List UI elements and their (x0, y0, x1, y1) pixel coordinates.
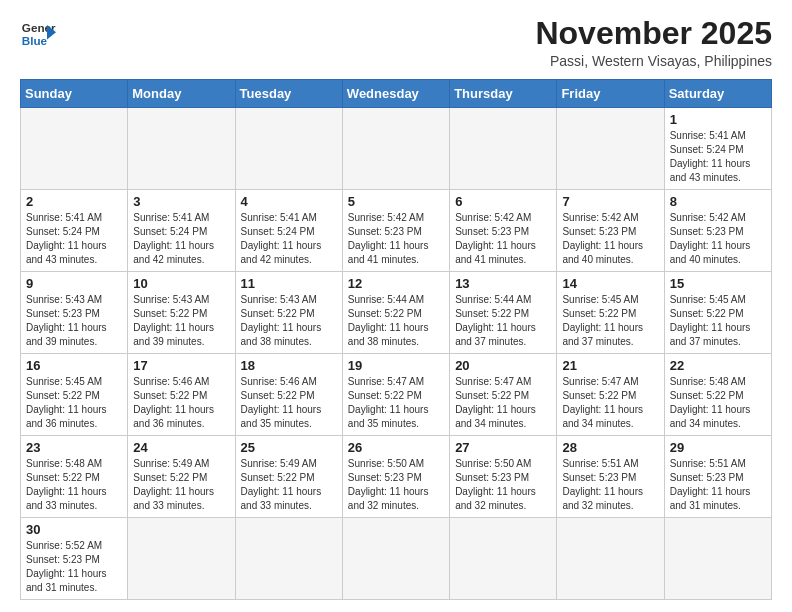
day-number: 9 (26, 276, 122, 291)
title-area: November 2025 Passi, Western Visayas, Ph… (535, 16, 772, 69)
day-info: Sunrise: 5:43 AM Sunset: 5:22 PM Dayligh… (133, 293, 229, 349)
day-header-saturday: Saturday (664, 80, 771, 108)
calendar-week-row: 2Sunrise: 5:41 AM Sunset: 5:24 PM Daylig… (21, 190, 772, 272)
day-number: 14 (562, 276, 658, 291)
day-number: 22 (670, 358, 766, 373)
day-info: Sunrise: 5:51 AM Sunset: 5:23 PM Dayligh… (562, 457, 658, 513)
calendar-cell (235, 518, 342, 600)
day-number: 4 (241, 194, 337, 209)
calendar-cell: 1Sunrise: 5:41 AM Sunset: 5:24 PM Daylig… (664, 108, 771, 190)
calendar-week-row: 30Sunrise: 5:52 AM Sunset: 5:23 PM Dayli… (21, 518, 772, 600)
calendar-cell (21, 108, 128, 190)
month-title: November 2025 (535, 16, 772, 51)
calendar-cell: 27Sunrise: 5:50 AM Sunset: 5:23 PM Dayli… (450, 436, 557, 518)
calendar-cell (128, 518, 235, 600)
calendar-cell: 30Sunrise: 5:52 AM Sunset: 5:23 PM Dayli… (21, 518, 128, 600)
day-number: 20 (455, 358, 551, 373)
day-number: 15 (670, 276, 766, 291)
day-info: Sunrise: 5:52 AM Sunset: 5:23 PM Dayligh… (26, 539, 122, 595)
calendar-cell (557, 518, 664, 600)
calendar-cell: 7Sunrise: 5:42 AM Sunset: 5:23 PM Daylig… (557, 190, 664, 272)
day-info: Sunrise: 5:42 AM Sunset: 5:23 PM Dayligh… (670, 211, 766, 267)
calendar-cell: 21Sunrise: 5:47 AM Sunset: 5:22 PM Dayli… (557, 354, 664, 436)
day-info: Sunrise: 5:42 AM Sunset: 5:23 PM Dayligh… (348, 211, 444, 267)
day-number: 5 (348, 194, 444, 209)
calendar-cell: 13Sunrise: 5:44 AM Sunset: 5:22 PM Dayli… (450, 272, 557, 354)
calendar-cell: 28Sunrise: 5:51 AM Sunset: 5:23 PM Dayli… (557, 436, 664, 518)
day-number: 6 (455, 194, 551, 209)
day-info: Sunrise: 5:50 AM Sunset: 5:23 PM Dayligh… (455, 457, 551, 513)
logo: General Blue (20, 16, 56, 52)
calendar-cell: 18Sunrise: 5:46 AM Sunset: 5:22 PM Dayli… (235, 354, 342, 436)
day-number: 13 (455, 276, 551, 291)
day-number: 25 (241, 440, 337, 455)
day-header-tuesday: Tuesday (235, 80, 342, 108)
calendar-cell: 6Sunrise: 5:42 AM Sunset: 5:23 PM Daylig… (450, 190, 557, 272)
day-number: 3 (133, 194, 229, 209)
day-info: Sunrise: 5:47 AM Sunset: 5:22 PM Dayligh… (348, 375, 444, 431)
location: Passi, Western Visayas, Philippines (535, 53, 772, 69)
day-number: 18 (241, 358, 337, 373)
day-header-thursday: Thursday (450, 80, 557, 108)
calendar-cell: 8Sunrise: 5:42 AM Sunset: 5:23 PM Daylig… (664, 190, 771, 272)
day-info: Sunrise: 5:45 AM Sunset: 5:22 PM Dayligh… (26, 375, 122, 431)
day-number: 27 (455, 440, 551, 455)
day-header-friday: Friday (557, 80, 664, 108)
day-info: Sunrise: 5:41 AM Sunset: 5:24 PM Dayligh… (133, 211, 229, 267)
day-number: 16 (26, 358, 122, 373)
calendar-cell: 29Sunrise: 5:51 AM Sunset: 5:23 PM Dayli… (664, 436, 771, 518)
calendar-cell (128, 108, 235, 190)
day-info: Sunrise: 5:43 AM Sunset: 5:22 PM Dayligh… (241, 293, 337, 349)
day-info: Sunrise: 5:44 AM Sunset: 5:22 PM Dayligh… (348, 293, 444, 349)
calendar-cell: 10Sunrise: 5:43 AM Sunset: 5:22 PM Dayli… (128, 272, 235, 354)
calendar-cell: 9Sunrise: 5:43 AM Sunset: 5:23 PM Daylig… (21, 272, 128, 354)
day-number: 26 (348, 440, 444, 455)
day-info: Sunrise: 5:49 AM Sunset: 5:22 PM Dayligh… (241, 457, 337, 513)
calendar-cell (557, 108, 664, 190)
day-number: 11 (241, 276, 337, 291)
calendar-cell: 23Sunrise: 5:48 AM Sunset: 5:22 PM Dayli… (21, 436, 128, 518)
page-header: General Blue November 2025 Passi, Wester… (20, 16, 772, 69)
day-info: Sunrise: 5:46 AM Sunset: 5:22 PM Dayligh… (241, 375, 337, 431)
calendar-cell (450, 108, 557, 190)
day-number: 29 (670, 440, 766, 455)
day-number: 12 (348, 276, 444, 291)
day-number: 8 (670, 194, 766, 209)
calendar-cell: 2Sunrise: 5:41 AM Sunset: 5:24 PM Daylig… (21, 190, 128, 272)
day-info: Sunrise: 5:47 AM Sunset: 5:22 PM Dayligh… (455, 375, 551, 431)
calendar-cell: 22Sunrise: 5:48 AM Sunset: 5:22 PM Dayli… (664, 354, 771, 436)
day-info: Sunrise: 5:48 AM Sunset: 5:22 PM Dayligh… (26, 457, 122, 513)
calendar-week-row: 16Sunrise: 5:45 AM Sunset: 5:22 PM Dayli… (21, 354, 772, 436)
calendar-cell: 26Sunrise: 5:50 AM Sunset: 5:23 PM Dayli… (342, 436, 449, 518)
day-info: Sunrise: 5:44 AM Sunset: 5:22 PM Dayligh… (455, 293, 551, 349)
day-number: 1 (670, 112, 766, 127)
day-info: Sunrise: 5:45 AM Sunset: 5:22 PM Dayligh… (670, 293, 766, 349)
day-number: 10 (133, 276, 229, 291)
day-number: 24 (133, 440, 229, 455)
calendar-table: SundayMondayTuesdayWednesdayThursdayFrid… (20, 79, 772, 600)
day-header-sunday: Sunday (21, 80, 128, 108)
day-info: Sunrise: 5:47 AM Sunset: 5:22 PM Dayligh… (562, 375, 658, 431)
day-number: 23 (26, 440, 122, 455)
day-info: Sunrise: 5:42 AM Sunset: 5:23 PM Dayligh… (455, 211, 551, 267)
calendar-cell (664, 518, 771, 600)
svg-text:Blue: Blue (22, 34, 48, 47)
day-number: 7 (562, 194, 658, 209)
calendar-cell: 20Sunrise: 5:47 AM Sunset: 5:22 PM Dayli… (450, 354, 557, 436)
day-number: 19 (348, 358, 444, 373)
calendar-cell (342, 108, 449, 190)
day-info: Sunrise: 5:51 AM Sunset: 5:23 PM Dayligh… (670, 457, 766, 513)
calendar-cell: 5Sunrise: 5:42 AM Sunset: 5:23 PM Daylig… (342, 190, 449, 272)
calendar-header-row: SundayMondayTuesdayWednesdayThursdayFrid… (21, 80, 772, 108)
calendar-week-row: 9Sunrise: 5:43 AM Sunset: 5:23 PM Daylig… (21, 272, 772, 354)
day-header-wednesday: Wednesday (342, 80, 449, 108)
calendar-cell: 19Sunrise: 5:47 AM Sunset: 5:22 PM Dayli… (342, 354, 449, 436)
day-number: 2 (26, 194, 122, 209)
calendar-cell: 15Sunrise: 5:45 AM Sunset: 5:22 PM Dayli… (664, 272, 771, 354)
day-info: Sunrise: 5:41 AM Sunset: 5:24 PM Dayligh… (241, 211, 337, 267)
day-info: Sunrise: 5:46 AM Sunset: 5:22 PM Dayligh… (133, 375, 229, 431)
day-info: Sunrise: 5:42 AM Sunset: 5:23 PM Dayligh… (562, 211, 658, 267)
calendar-cell: 12Sunrise: 5:44 AM Sunset: 5:22 PM Dayli… (342, 272, 449, 354)
day-number: 28 (562, 440, 658, 455)
calendar-cell: 16Sunrise: 5:45 AM Sunset: 5:22 PM Dayli… (21, 354, 128, 436)
